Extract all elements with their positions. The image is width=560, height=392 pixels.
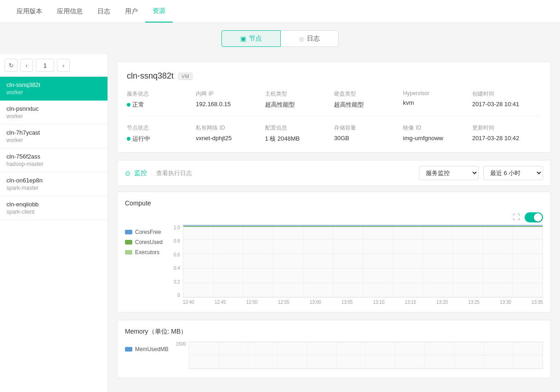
- compute-svg-container: 12:40 12:45 12:50 12:55 13:00 13:05 13:1…: [183, 224, 543, 305]
- toggle-knob: [534, 213, 542, 222]
- status-dot-service: [127, 103, 130, 107]
- sidebar-controls: ↻ ‹ 1 ›: [0, 54, 107, 77]
- sidebar-item-name-1: cln-psnrxtuc: [6, 105, 101, 112]
- nav-item-resource[interactable]: 资源: [145, 0, 173, 23]
- sidebar-item-3[interactable]: cln-756f2ass hadoop-master: [0, 148, 107, 172]
- tab-node-label: 节点: [249, 34, 262, 43]
- legend-cores-free: CoresFree: [125, 229, 166, 235]
- updated-value: 2017-03-28 10:42: [472, 135, 541, 142]
- internal-ip-label: 内网 IP: [196, 90, 265, 98]
- created-value: 2017-03-28 10:41: [472, 101, 541, 108]
- created-field: 创建时间 2017-03-28 10:41: [472, 90, 541, 109]
- nav-item-user[interactable]: 用户: [118, 1, 145, 22]
- host-type-label: 主机类型: [265, 90, 334, 98]
- x-axis-labels: 12:40 12:45 12:50 12:55 13:00 13:05 13:1…: [183, 298, 543, 305]
- log-link[interactable]: 查看执行日志: [156, 169, 192, 177]
- compute-legend: CoresFree CoresUsed Executors: [125, 224, 166, 305]
- refresh-button[interactable]: ↻: [5, 59, 17, 72]
- tab-bar: ▣ 节点 ◎ 日志: [0, 30, 560, 47]
- legend-executors: Executors: [125, 249, 166, 256]
- status-dot-node: [127, 137, 130, 141]
- node-info-row-2: 节点状态 运行中 私有网络 ID vxnet-dphjt25 配置信息 1 核 …: [127, 116, 541, 143]
- monitor-title[interactable]: 监控: [134, 169, 147, 177]
- updated-field: 更新时间 2017-03-28 10:42: [472, 124, 541, 143]
- service-monitor-select[interactable]: 服务监控系统监控: [419, 166, 479, 180]
- hypervisor-field: Hypervisor kvm: [403, 90, 472, 109]
- monitor-left: ⊙ 监控 · 查看执行日志: [125, 169, 192, 177]
- memory-chart-card: Memory（单位: MB） MemUsedMB 1500: [117, 320, 551, 378]
- memory-chart-body: MemUsedMB 1500: [125, 341, 543, 370]
- private-network-label: 私有网络 ID: [196, 124, 265, 132]
- sidebar-item-5[interactable]: cln-enqiiobb spark-client: [0, 196, 107, 220]
- node-header: cln-ssnq382t VM: [127, 71, 541, 81]
- sidebar-item-name-4: cln-on61ep8n: [6, 177, 101, 184]
- storage-value: 30GB: [334, 135, 403, 142]
- nav-item-log[interactable]: 日志: [90, 1, 118, 22]
- compute-chart-body: CoresFree CoresUsed Executors 1.0 0.8: [125, 224, 543, 305]
- storage-label: 存储容量: [334, 124, 403, 132]
- config-label: 配置信息: [265, 124, 334, 132]
- sidebar-item-name-5: cln-enqiiobb: [6, 201, 101, 208]
- legend-mem-used: MemUsedMB: [125, 346, 169, 352]
- disk-type-label: 硬盘类型: [334, 90, 403, 98]
- sidebar-item-name-2: cln-7h7ycast: [6, 129, 101, 136]
- prev-page-button[interactable]: ‹: [20, 59, 33, 72]
- compute-chart-svg: [183, 224, 543, 298]
- host-type-field: 主机类型 超高性能型: [265, 90, 334, 109]
- content-area: cln-ssnq382t VM 服务状态 正常 内网 IP 192.168.0.…: [108, 54, 560, 392]
- memory-chart-title: Memory（单位: MB）: [125, 328, 543, 336]
- node-status-label: 节点状态: [127, 124, 196, 132]
- main-layout: ↻ ‹ 1 › cln-ssnq382t worker cln-psnrxtuc…: [0, 54, 560, 392]
- sidebar-item-2[interactable]: cln-7h7ycast worker: [0, 125, 107, 148]
- nav-item-app-info[interactable]: 应用信息: [50, 1, 90, 22]
- tab-log[interactable]: ◎ 日志: [281, 30, 339, 47]
- node-status-field: 节点状态 运行中: [127, 124, 196, 143]
- sidebar-item-4[interactable]: cln-on61ep8n spark-master: [0, 172, 107, 196]
- time-range-select[interactable]: 最近 6 小时最近 1 天最近 1 周: [483, 166, 543, 180]
- next-page-button[interactable]: ›: [57, 59, 70, 72]
- config-value: 1 核 2048MB: [265, 135, 334, 143]
- memory-chart-svg: [189, 341, 543, 369]
- monitor-bar: ⊙ 监控 · 查看执行日志 服务监控系统监控 最近 6 小时最近 1 天最近 1…: [117, 160, 551, 186]
- sidebar-item-role-0: worker: [6, 89, 101, 96]
- memory-y-axis: 1500: [176, 341, 189, 369]
- sidebar-item-0[interactable]: cln-ssnq382t worker: [0, 77, 107, 101]
- storage-field: 存储容量 30GB: [334, 124, 403, 143]
- image-id-field: 映像 ID img-umfgnoww: [403, 124, 472, 143]
- sidebar: ↻ ‹ 1 › cln-ssnq382t worker cln-psnrxtuc…: [0, 54, 108, 392]
- y-axis-labels: 1.0 0.8 0.6 0.4 0.2 0: [174, 224, 183, 298]
- host-type-value: 超高性能型: [265, 101, 334, 109]
- service-status-field: 服务状态 正常: [127, 90, 196, 109]
- internal-ip-field: 内网 IP 192.168.0.15: [196, 90, 265, 109]
- tab-log-label: 日志: [307, 34, 320, 43]
- node-status-value: 运行中: [127, 135, 196, 143]
- legend-cores-used: CoresUsed: [125, 239, 166, 245]
- separator: ·: [151, 170, 153, 177]
- disk-type-value: 超高性能型: [334, 101, 403, 109]
- node-title: cln-ssnq382t: [127, 71, 174, 81]
- wifi-icon: ⊙: [125, 170, 130, 177]
- nav-item-app-version[interactable]: 应用版本: [9, 1, 50, 22]
- sidebar-item-name-3: cln-756f2ass: [6, 153, 101, 160]
- file-icon: ◎: [299, 35, 304, 42]
- memory-legend: MemUsedMB: [125, 341, 169, 370]
- sidebar-item-role-5: spark-client: [6, 209, 101, 215]
- toggle-switch[interactable]: [525, 212, 543, 222]
- image-id-label: 映像 ID: [403, 124, 472, 132]
- hypervisor-value: kvm: [403, 99, 472, 106]
- image-id-value: img-umfgnoww: [403, 135, 472, 142]
- node-badge: VM: [178, 73, 192, 80]
- server-icon: ▣: [240, 35, 246, 42]
- compute-chart-area: 1.0 0.8 0.6 0.4 0.2 0: [174, 224, 543, 305]
- chart-top-controls: ⛶: [125, 212, 543, 222]
- tab-node[interactable]: ▣ 节点: [221, 30, 281, 47]
- sidebar-item-1[interactable]: cln-psnrxtuc worker: [0, 101, 107, 125]
- page-number: 1: [36, 59, 54, 72]
- private-network-field: 私有网络 ID vxnet-dphjt25: [196, 124, 265, 143]
- compute-chart-card: Compute ⛶ CoresFree CoresUsed: [117, 192, 551, 312]
- node-info-row-1: 服务状态 正常 内网 IP 192.168.0.15 主机类型 超高性能型 硬盘…: [127, 90, 541, 109]
- service-status-value: 正常: [127, 101, 196, 109]
- private-network-value: vxnet-dphjt25: [196, 135, 265, 142]
- created-label: 创建时间: [472, 90, 541, 98]
- fullscreen-icon[interactable]: ⛶: [513, 213, 520, 222]
